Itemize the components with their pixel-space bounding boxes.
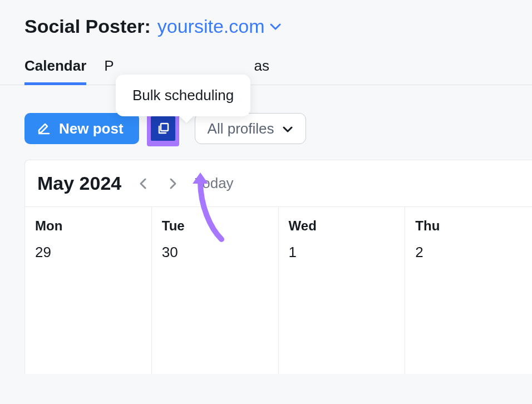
profiles-label: All profiles [208, 120, 274, 137]
tooltip-text: Bulk scheduling [132, 87, 234, 104]
tabs: Calendar P as [0, 51, 532, 85]
copy-stack-icon [156, 121, 170, 136]
svg-rect-0 [161, 124, 168, 131]
prev-month-button[interactable] [135, 175, 151, 192]
day-cell-thu[interactable]: Thu 2 [405, 207, 532, 374]
domain-dropdown[interactable]: yoursite.com [157, 16, 282, 37]
new-post-button[interactable]: New post [24, 113, 139, 144]
domain-label: yoursite.com [157, 16, 265, 37]
day-cell-mon[interactable]: Mon 29 [25, 207, 152, 374]
today-button[interactable]: Today [195, 175, 233, 192]
calendar-header: May 2024 Today [25, 160, 532, 206]
profiles-dropdown[interactable]: All profiles [195, 113, 306, 144]
chevron-down-icon [270, 23, 281, 31]
day-name: Mon [35, 218, 141, 234]
chevron-right-icon [169, 177, 178, 190]
page-title: Social Poster: yoursite.com [0, 0, 532, 51]
bulk-scheduling-inner [151, 116, 175, 141]
tab-posts[interactable]: P [104, 57, 114, 85]
day-num: 30 [162, 244, 268, 261]
day-num: 29 [35, 244, 141, 261]
calendar: May 2024 Today Mon 29 Tue 30 Wed 1 Thu 2 [24, 160, 532, 374]
day-name: Thu [415, 218, 522, 234]
day-num: 2 [415, 244, 522, 261]
calendar-day-row: Mon 29 Tue 30 Wed 1 Thu 2 [25, 206, 532, 374]
pencil-icon [37, 121, 51, 136]
day-cell-tue[interactable]: Tue 30 [152, 207, 279, 374]
chevron-down-icon [282, 120, 293, 137]
tab-calendar[interactable]: Calendar [24, 57, 86, 85]
day-name: Tue [162, 218, 268, 234]
tab-ideas-fragment[interactable]: as [254, 57, 269, 85]
day-name: Wed [289, 218, 395, 234]
page-title-prefix: Social Poster: [24, 16, 151, 37]
calendar-month: May 2024 [37, 173, 121, 194]
chevron-left-icon [139, 177, 147, 190]
toolbar: New post All profiles [0, 85, 532, 160]
day-cell-wed[interactable]: Wed 1 [279, 207, 406, 374]
bulk-scheduling-tooltip: Bulk scheduling [116, 75, 250, 116]
day-num: 1 [289, 244, 395, 261]
next-month-button[interactable] [165, 175, 181, 192]
new-post-label: New post [59, 120, 124, 137]
